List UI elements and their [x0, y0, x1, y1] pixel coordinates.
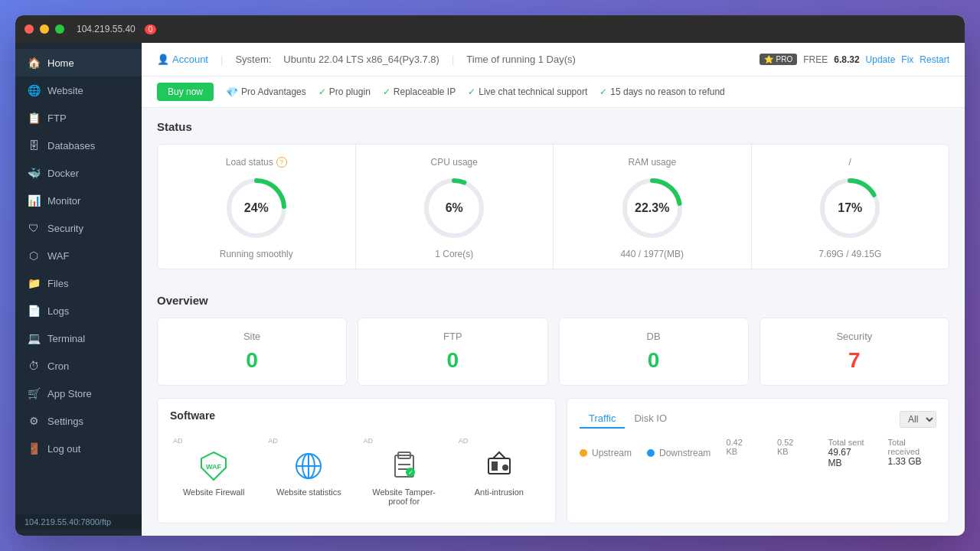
software-name: Anti-intrusion	[475, 487, 524, 497]
sidebar-item-monitor[interactable]: 📊Monitor	[15, 187, 142, 214]
version-label: 6.8.32	[834, 54, 859, 65]
gauge-circle: 24%	[222, 174, 291, 243]
sidebar-item-app-store[interactable]: 🛒App Store	[15, 380, 142, 407]
maximize-dot[interactable]	[55, 24, 64, 34]
tab-traffic[interactable]: Traffic	[580, 409, 625, 429]
ad-label: AD	[268, 437, 278, 445]
overview-card-security[interactable]: Security 7	[760, 318, 949, 386]
sidebar-item-log-out[interactable]: 🚪Log out	[15, 435, 142, 462]
sidebar-item-home[interactable]: 🏠Home	[15, 49, 142, 77]
overview-card-value: 7	[848, 348, 861, 373]
software-icon-anti	[482, 449, 516, 483]
sidebar-item-databases[interactable]: 🗄Databases	[15, 132, 142, 159]
software-name: Website Firewall	[183, 487, 245, 497]
sidebar-icon: 🚪	[28, 442, 40, 455]
overview-card-value: 0	[447, 348, 459, 373]
upstream-col: 0.42 KB	[726, 438, 754, 468]
svg-point-23	[502, 465, 508, 471]
promo-ip: ✓ Replaceable IP	[383, 86, 456, 97]
overview-card-label: DB	[647, 331, 661, 342]
gauge-cell-3: / 17% 7.69G / 49.15G	[752, 145, 949, 269]
sidebar-item-docker[interactable]: 🐳Docker	[15, 159, 142, 187]
sidebar: 🏠Home🌐Website📋FTP🗄Databases🐳Docker📊Monit…	[15, 43, 142, 536]
titlebar: 104.219.55.40 0	[15, 15, 965, 43]
svg-rect-22	[492, 461, 498, 471]
sidebar-item-logs[interactable]: 📄Logs	[15, 297, 142, 324]
sidebar-item-terminal[interactable]: 💻Terminal	[15, 324, 142, 352]
upstream-stat: Upstream	[580, 438, 632, 468]
buy-now-button[interactable]: Buy now	[157, 83, 214, 101]
sidebar-icon: 📊	[28, 194, 40, 207]
overview-title: Overview	[157, 294, 949, 307]
gauge-circle: 22.3%	[618, 174, 687, 243]
overview-card-value: 0	[648, 348, 660, 373]
overview-card-ftp[interactable]: FTP 0	[358, 318, 547, 386]
restart-link[interactable]: Restart	[920, 54, 949, 65]
software-item-2[interactable]: AD ✓ Website Tamper-proof for	[361, 431, 448, 512]
total-received-label: Total received	[888, 438, 936, 456]
overview-card-label: Security	[836, 331, 872, 342]
overview-cards: Site 0 FTP 0 DB 0 Security 7	[157, 318, 949, 386]
sidebar-item-waf[interactable]: ⬡WAF	[15, 242, 142, 269]
sidebar-item-website[interactable]: 🌐Website	[15, 77, 142, 104]
check-icon-1: ✓	[318, 86, 326, 97]
close-dot[interactable]	[24, 24, 34, 34]
overview-card-site[interactable]: Site 0	[157, 318, 347, 386]
software-item-0[interactable]: AD WAF Website Firewall	[170, 431, 257, 512]
gauge-cell-1: CPU usage 6% 1 Core(s)	[356, 145, 554, 269]
sidebar-label: Cron	[47, 360, 69, 372]
sidebar-item-cron[interactable]: ⏱Cron	[15, 352, 142, 380]
software-item-1[interactable]: AD Website statistics	[265, 431, 352, 512]
gauge-cell-2: RAM usage 22.3% 440 / 1977(MB)	[554, 145, 752, 269]
traffic-header: Traffic Disk IO All	[580, 409, 936, 429]
gauge-label: CPU usage	[431, 157, 478, 168]
sidebar-label: WAF	[47, 250, 69, 262]
sidebar-label: Settings	[47, 416, 83, 427]
gauge-label: /	[849, 157, 851, 168]
upstream-label: Upstream	[592, 448, 632, 458]
software-panel: Software AD WAF Website Firewall AD Webs…	[157, 398, 556, 523]
gauge-sub: Running smoothly	[220, 249, 293, 259]
gauge-value: 17%	[838, 201, 862, 215]
traffic-filter-select[interactable]: All	[900, 411, 936, 428]
overview-card-label: FTP	[443, 331, 462, 342]
sidebar-label: Website	[47, 85, 83, 96]
total-received-col: Total received 1.33 GB	[888, 438, 936, 468]
sidebar-item-settings[interactable]: ⚙Settings	[15, 407, 142, 435]
sidebar-item-files[interactable]: 📁Files	[15, 269, 142, 297]
server-ip: 104.219.55.40	[77, 24, 136, 34]
gauge-circle: 17%	[815, 174, 884, 243]
system-label: System:	[235, 54, 271, 65]
sidebar-label: Terminal	[47, 333, 85, 344]
check-icon-4: ✓	[599, 86, 607, 97]
downstream-kb-val: 0.52 KB	[777, 438, 805, 456]
software-icon-tamper: ✓	[387, 449, 421, 483]
gauge-label: Load status?	[226, 157, 287, 168]
update-link[interactable]: Update	[866, 54, 896, 65]
main-layout: 🏠Home🌐Website📋FTP🗄Databases🐳Docker📊Monit…	[15, 43, 965, 536]
ad-label: AD	[173, 437, 183, 445]
promo-bar: Buy now 💎 Pro Advantages ✓ Pro plugin ✓ …	[142, 77, 965, 108]
overview-card-label: Site	[243, 331, 260, 342]
pro-badge: ⭐ PRO	[760, 54, 798, 65]
overview-card-db[interactable]: DB 0	[559, 318, 749, 386]
sidebar-item-ftp[interactable]: 📋FTP	[15, 104, 142, 132]
sidebar-icon: 🛒	[28, 387, 40, 399]
software-item-3[interactable]: AD Anti-intrusion	[456, 431, 543, 512]
software-icon-globe	[292, 449, 325, 483]
tab-diskio[interactable]: Disk IO	[625, 409, 676, 429]
minimize-dot[interactable]	[40, 24, 49, 34]
sidebar-item-security[interactable]: 🛡Security	[15, 214, 142, 242]
gauge-value: 24%	[244, 201, 269, 215]
upstream-dot	[580, 449, 587, 457]
question-icon[interactable]: ?	[276, 157, 287, 168]
promo-refund: ✓ 15 days no reason to refund	[599, 86, 724, 97]
running-label: Time of running 1 Day(s)	[466, 54, 576, 65]
fix-link[interactable]: Fix	[901, 54, 913, 65]
account-link[interactable]: 👤 Account	[157, 54, 208, 65]
traffic-cols: 0.42 KB 0.52 KB Total sent 49.67 MB Tota…	[726, 438, 936, 468]
software-items: AD WAF Website Firewall AD Website stati…	[170, 431, 543, 512]
topbar-right: ⭐ PRO FREE 6.8.32 Update Fix Restart	[760, 54, 949, 65]
ad-label: AD	[459, 437, 469, 445]
check-icon-3: ✓	[468, 86, 475, 97]
